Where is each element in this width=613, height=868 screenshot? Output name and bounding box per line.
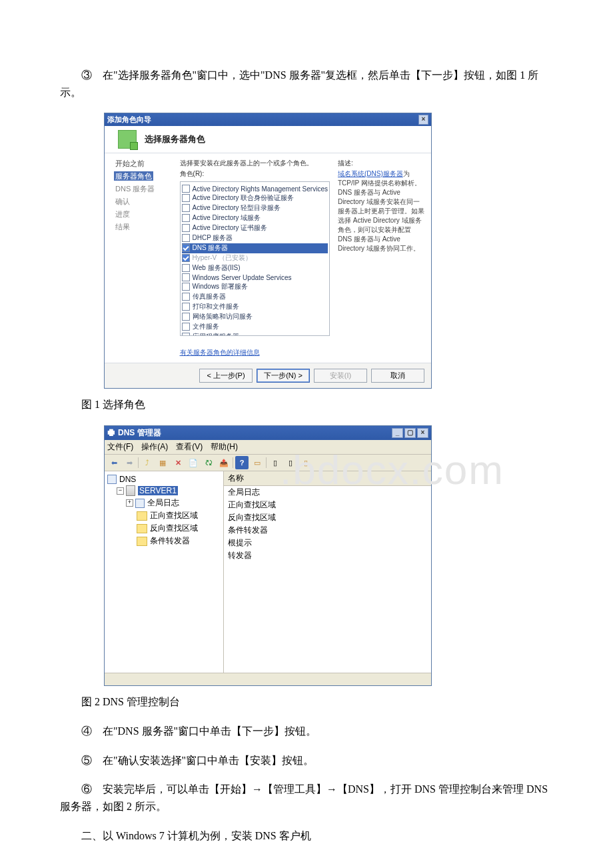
list-column-name[interactable]: 名称 [224,471,431,486]
tree-global-logs[interactable]: + 全局日志 [107,497,221,509]
checkbox-icon[interactable] [182,283,190,291]
roles-list[interactable]: Active Directory Rights Management Servi… [180,181,330,336]
tree-server[interactable]: − SERVER1 [107,485,221,497]
logs-icon [135,499,145,508]
up-icon[interactable]: ⤴ [141,456,154,469]
refresh-icon[interactable]: 🗘 [202,456,215,469]
role-label: 传真服务器 [193,292,226,301]
wizard-hint: 选择要安装在此服务器上的一个或多个角色。 [180,159,330,168]
folder-icon [137,511,147,521]
next-button[interactable]: 下一步(N) > [257,369,310,383]
list-item[interactable]: 转发器 [224,549,431,562]
help-icon[interactable]: ? [235,456,249,469]
role-checkbox-item[interactable]: 文件服务 [182,322,328,332]
role-checkbox-item[interactable]: 网络策略和访问服务 [182,312,328,322]
wizard-header-title: 选择服务器角色 [145,133,205,145]
list-item[interactable]: 全局日志 [224,486,431,499]
checkbox-icon[interactable] [182,313,190,321]
paragraph-step-3: ③ 在"选择服务器角色"窗口中，选中"DNS 服务器"复选框，然后单击【下一步】… [60,67,553,101]
role-label: 打印和文件服务 [193,302,239,311]
role-checkbox-item[interactable]: Active Directory Rights Management Servi… [182,185,328,193]
nav-results[interactable]: 结果 [115,222,176,232]
checkbox-icon[interactable] [182,264,190,272]
tree-root[interactable]: DNS [107,474,221,485]
properties-icon[interactable]: 📄 [187,456,200,469]
nav-before-begin[interactable]: 开始之前 [115,159,176,169]
role-checkbox-item[interactable]: Windows Server Update Services [182,273,328,282]
collapse-icon[interactable]: − [117,487,124,495]
checkbox-icon[interactable] [182,273,190,281]
role-checkbox-item[interactable]: DNS 服务器 [182,243,328,253]
nav-server-roles[interactable]: 服务器角色 [114,171,153,181]
role-label: Active Directory 域服务 [193,213,261,223]
nav-dns-server[interactable]: DNS 服务器 [115,184,176,194]
role-label: Active Directory 证书服务 [193,223,268,233]
delete-icon[interactable]: ✕ [171,456,185,469]
tree-conditional-forwarders[interactable]: 条件转发器 [107,535,221,547]
description-link[interactable]: 域名系统(DNS)服务器 [338,170,403,177]
paragraph-step-5: ⑤ 在"确认安装选择"窗口中单击【安装】按钮。 [60,752,553,769]
expand-icon[interactable]: + [126,499,133,507]
show-hide-icon[interactable]: ▦ [156,456,169,469]
role-checkbox-item[interactable]: Active Directory 证书服务 [182,223,328,233]
dns-icon [107,475,117,484]
role-checkbox-item[interactable]: DHCP 服务器 [182,233,328,243]
checkbox-icon[interactable] [182,323,190,331]
forward-icon[interactable]: ➡ [123,456,136,469]
cancel-button[interactable]: 取消 [371,369,424,383]
checkbox-icon[interactable] [182,214,190,222]
menu-action[interactable]: 操作(A) [141,441,168,453]
tree-reverse-zones[interactable]: 反向查找区域 [107,522,221,535]
checkbox-icon[interactable] [182,293,190,301]
dns-statusbar [105,673,431,685]
dns-list[interactable]: 名称 全局日志 正向查找区域 反向查找区域 条件转发器 根提示 转发器 [224,471,431,673]
close-icon[interactable]: × [418,115,428,125]
back-icon[interactable]: ⬅ [107,456,121,469]
role-checkbox-item: Hyper-V （已安装） [182,253,328,263]
list-item[interactable]: 正向查找区域 [224,499,431,511]
maximize-icon[interactable]: ▢ [404,428,416,438]
role-checkbox-item[interactable]: Windows 部署服务 [182,282,328,292]
paragraph-section-2: 二、以 Windows 7 计算机为例，安装 DNS 客户机 [60,827,553,845]
checkbox-icon[interactable] [182,185,190,193]
roles-more-link[interactable]: 有关服务器角色的详细信息 [180,348,330,357]
checkbox-icon[interactable] [182,303,190,311]
view3-icon[interactable]: ▯ [299,456,312,469]
list-item[interactable]: 条件转发器 [224,524,431,537]
minimize-icon[interactable]: _ [392,428,403,438]
dns-tree[interactable]: DNS − SERVER1 + 全局日志 正向查找区域 [105,471,224,673]
role-checkbox-item[interactable]: 打印和文件服务 [182,302,328,312]
checkbox-icon[interactable] [182,224,190,232]
view2-icon[interactable]: ▯ [284,456,297,469]
role-checkbox-item[interactable]: Active Directory 联合身份验证服务 [182,193,328,203]
role-checkbox-item[interactable]: 应用程序服务器 [182,332,328,336]
nav-confirm[interactable]: 确认 [115,197,176,207]
menu-help[interactable]: 帮助(H) [211,441,238,453]
role-label: Active Directory 轻型目录服务 [193,203,281,213]
view1-icon[interactable]: ▯ [269,456,282,469]
wizard-titlebar: 添加角色向导 × [105,113,431,126]
role-checkbox-item[interactable]: Web 服务器(IIS) [182,263,328,273]
checkbox-icon[interactable] [182,333,190,336]
nav-progress[interactable]: 进度 [115,209,176,219]
checkbox-icon[interactable] [182,234,190,242]
checkbox-icon[interactable] [182,244,190,252]
filter1-icon[interactable]: ▭ [251,456,264,469]
menu-file[interactable]: 文件(F) [107,441,133,453]
checkbox-icon[interactable] [182,204,190,212]
screenshot-dns-manager: .bdocx.com 🞧DNS 管理器 _ ▢ × 文件(F) 操作(A) 查看… [104,425,432,686]
role-checkbox-item[interactable]: Active Directory 域服务 [182,213,328,223]
list-item[interactable]: 反向查找区域 [224,511,431,524]
close-icon[interactable]: × [417,428,428,438]
role-label: 网络策略和访问服务 [193,312,253,321]
previous-button[interactable]: < 上一步(P) [199,369,253,383]
wizard-title: 添加角色向导 [107,115,151,125]
tree-forward-zones[interactable]: 正向查找区域 [107,509,221,522]
checkbox-icon[interactable] [182,194,190,202]
role-checkbox-item[interactable]: 传真服务器 [182,292,328,302]
role-label: 应用程序服务器 [193,332,239,336]
menu-view[interactable]: 查看(V) [176,441,203,453]
export-icon[interactable]: 📤 [217,456,231,469]
role-checkbox-item[interactable]: Active Directory 轻型目录服务 [182,203,328,213]
list-item[interactable]: 根提示 [224,537,431,549]
